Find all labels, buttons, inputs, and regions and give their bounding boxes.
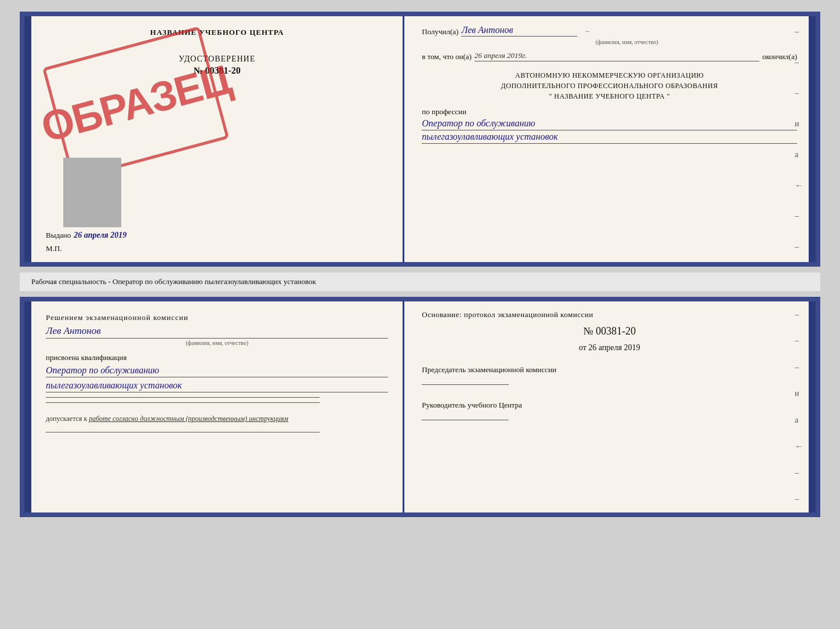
cert-issued-date: 26 апреля 2019: [74, 231, 126, 240]
cert-title: НАЗВАНИЕ УЧЕБНОГО ЦЕНТРА: [46, 28, 388, 37]
received-name: Лев Антонов: [461, 25, 577, 37]
qual-director-section: Руководитель учебного Центра: [422, 399, 797, 423]
qual-assigned-label: присвоена квалификация: [46, 353, 388, 362]
qual-director-label: Руководитель учебного Центра: [422, 399, 797, 411]
director-signature-line: [422, 420, 509, 420]
org-line3: " НАЗВАНИЕ УЧЕБНОГО ЦЕНТРА ": [422, 91, 797, 101]
qual-prof-line2: пылегазоулавливающих установок: [46, 380, 388, 392]
qual-allowed-value: работе согласно должностным (производств…: [89, 415, 288, 423]
qual-date: от 26 апреля 2019: [422, 343, 797, 352]
cert-issued-label: Выдано: [46, 231, 71, 240]
chairman-signature-line: [422, 384, 509, 385]
qual-decision-label: Решением экзаменационной комиссии: [46, 313, 388, 322]
photo-placeholder: [63, 158, 121, 227]
right-dashes: – – – и а ← – –: [795, 16, 803, 262]
cert-spine-right: [809, 16, 816, 262]
page-container: НАЗВАНИЕ УЧЕБНОГО ЦЕНТРА ОБРАЗЕЦ УДОСТОВ…: [12, 12, 828, 517]
qual-right-dashes: – – – и а ← – –: [795, 301, 803, 512]
qual-book: Решением экзаменационной комиссии Лев Ан…: [20, 297, 820, 517]
qual-allowed-label: допускается к: [46, 415, 87, 423]
date-label: в том, что он(а): [422, 52, 472, 61]
qual-spine-left: [24, 301, 31, 512]
profession-line2: пылегазоулавливающих установок: [422, 132, 797, 144]
middle-text: Рабочая специальность - Оператор по обсл…: [20, 272, 820, 291]
qual-basis-label: Основание: протокол экзаменационной коми…: [422, 310, 797, 319]
cert-right-page: Получил(а) Лев Антонов – (фамилия, имя, …: [404, 16, 809, 262]
cert-mp: М.П.: [46, 244, 61, 253]
profession-line1: Оператор по обслуживанию: [422, 118, 797, 130]
qual-allowed-section: допускается к работе согласно должностны…: [46, 415, 388, 423]
certificate-book: НАЗВАНИЕ УЧЕБНОГО ЦЕНТРА ОБРАЗЕЦ УДОСТОВ…: [20, 12, 820, 267]
stamp-obrazec: ОБРАЗЕЦ: [42, 26, 229, 180]
name-sublabel: (фамилия, имя, отчество): [457, 39, 797, 45]
cert-type-label: УДОСТОВЕРЕНИЕ: [46, 54, 388, 64]
qual-date-prefix: от: [579, 343, 586, 352]
org-block: АВТОНОМНУЮ НЕКОММЕРЧЕСКУЮ ОРГАНИЗАЦИЮ ДО…: [422, 70, 797, 101]
completed-label: окончил(а): [762, 52, 797, 61]
qual-chairman-label: Председатель экзаменационной комиссии: [422, 364, 797, 376]
qual-prof-line1: Оператор по обслуживанию: [46, 365, 388, 377]
qual-number: № 00381-20: [422, 325, 797, 337]
cert-left-page: НАЗВАНИЕ УЧЕБНОГО ЦЕНТРА ОБРАЗЕЦ УДОСТОВ…: [31, 16, 404, 262]
cert-number: № 00381-20: [46, 66, 388, 76]
middle-text-content: Рабочая специальность - Оператор по обсл…: [31, 277, 316, 286]
received-label: Получил(а): [422, 27, 458, 37]
qual-date-value: 26 апреля 2019: [588, 343, 640, 352]
qual-left-page: Решением экзаменационной комиссии Лев Ан…: [31, 301, 404, 512]
qual-spine-right: [809, 301, 816, 512]
profession-label: по профессии: [422, 107, 797, 117]
date-value: 26 апреля 2019г.: [475, 51, 759, 61]
qual-name-sublabel: (фамилия, имя, отчество): [46, 340, 388, 346]
org-line2: ДОПОЛНИТЕЛЬНОГО ПРОФЕССИОНАЛЬНОГО ОБРАЗО…: [422, 81, 797, 91]
qual-name-value: Лев Антонов: [46, 325, 388, 339]
qual-right-page: Основание: протокол экзаменационной коми…: [404, 301, 809, 512]
cert-spine-left: [24, 16, 31, 262]
org-line1: АВТОНОМНУЮ НЕКОММЕРЧЕСКУЮ ОРГАНИЗАЦИЮ: [422, 70, 797, 81]
qual-chairman-section: Председатель экзаменационной комиссии: [422, 364, 797, 388]
